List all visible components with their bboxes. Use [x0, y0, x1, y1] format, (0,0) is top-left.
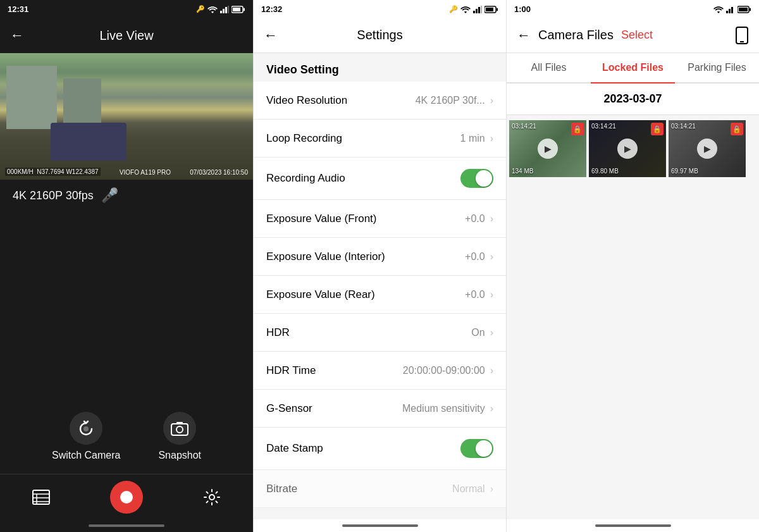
date-stamp-toggle[interactable]: [460, 439, 493, 458]
svg-rect-5: [233, 8, 240, 11]
battery-icon-f: [737, 4, 751, 13]
files-tabs: All Files Locked Files Parking Files: [507, 53, 759, 84]
play-button-3[interactable]: ▶: [697, 139, 717, 159]
gsensor-label: G-Sensor: [266, 402, 312, 415]
tab-locked-files[interactable]: Locked Files: [591, 53, 675, 84]
settings-button[interactable]: [198, 483, 226, 511]
settings-item-hdr[interactable]: HDR On ›: [254, 314, 506, 352]
settings-item-exposure-front[interactable]: Exposure Value (Front) +0.0 ›: [254, 200, 506, 238]
hdr-time-label: HDR Time: [266, 364, 316, 377]
wifi-icon: [207, 4, 218, 13]
chevron-icon-3: ›: [490, 213, 493, 225]
chevron-icon-6: ›: [490, 327, 493, 338]
video-item-2[interactable]: 🔒 03:14:21 69.80 MB ▶: [589, 120, 666, 177]
play-button-1[interactable]: ▶: [538, 139, 558, 159]
settings-item-gsensor[interactable]: G-Sensor Medium sensitivity ›: [254, 390, 506, 428]
svg-rect-6: [244, 8, 245, 11]
settings-item-bitrate[interactable]: Bitrate Normal ›: [254, 470, 506, 508]
resolution-label: 4K 2160P 30fps: [13, 189, 94, 202]
svg-rect-8: [171, 424, 188, 435]
home-bar-settings: [342, 524, 418, 527]
live-header: ← Live View: [0, 18, 253, 53]
chevron-icon-1: ›: [490, 133, 493, 144]
status-bar-live: 12:31 🔑: [0, 0, 253, 18]
video-size-2: 69.80 MB: [591, 168, 619, 175]
brand-display: VIOFO A119 PRO: [120, 169, 171, 176]
svg-rect-19: [478, 7, 480, 13]
svg-rect-17: [473, 11, 475, 13]
switch-camera-button[interactable]: Switch Camera: [52, 412, 120, 461]
panel-live-view: 12:31 🔑: [0, 0, 253, 532]
settings-item-exposure-interior[interactable]: Exposure Value (Interior) +0.0 ›: [254, 238, 506, 276]
svg-rect-10: [176, 422, 183, 424]
status-time-files: 1:00: [514, 4, 531, 14]
bitrate-value: Normal ›: [452, 483, 493, 495]
toggle-knob-date: [476, 440, 492, 457]
exposure-interior-label: Exposure Value (Interior): [266, 251, 385, 263]
settings-item-exposure-rear[interactable]: Exposure Value (Rear) +0.0 ›: [254, 276, 506, 314]
svg-point-7: [83, 426, 89, 431]
chevron-icon-8: ›: [490, 403, 493, 414]
home-indicator-settings: [254, 519, 506, 532]
status-bar-settings: 12:32 🔑: [254, 0, 506, 18]
video-grid: 🔒 03:14:21 134 MB ▶ 🔒 03:14:21 69.80 MB …: [507, 118, 759, 180]
settings-item-hdr-time[interactable]: HDR Time 20:00:00-09:00:00 ›: [254, 352, 506, 390]
mic-icon: 🎤: [101, 187, 118, 204]
status-icons-live: 🔑: [196, 4, 245, 13]
svg-rect-1: [223, 9, 225, 13]
back-button-files[interactable]: ←: [517, 27, 531, 44]
tab-parking-files[interactable]: Parking Files: [675, 53, 759, 84]
live-info-bar: 4K 2160P 30fps 🎤: [0, 180, 253, 211]
loop-recording-label: Loop Recording: [266, 132, 342, 145]
snapshot-label: Snapshot: [158, 450, 201, 461]
chevron-icon-4: ›: [490, 251, 493, 263]
video-item-3[interactable]: 🔒 03:14:21 69.97 MB ▶: [669, 120, 746, 177]
signal-icon-f: [726, 4, 735, 13]
battery-icon: [231, 4, 245, 13]
snapshot-icon: [163, 412, 196, 445]
settings-item-date-stamp[interactable]: Date Stamp: [254, 428, 506, 470]
key-icon-s: 🔑: [449, 5, 458, 13]
files-button[interactable]: [27, 483, 55, 511]
settings-item-loop-recording[interactable]: Loop Recording 1 min ›: [254, 120, 506, 158]
road-scene: [0, 53, 253, 180]
panel-camera-files: 1:00: [506, 0, 759, 532]
select-button[interactable]: Select: [621, 28, 653, 42]
record-button[interactable]: [110, 481, 143, 514]
chevron-icon-7: ›: [490, 365, 493, 376]
settings-item-video-resolution[interactable]: Video Resolution 4K 2160P 30f... ›: [254, 82, 506, 120]
play-button-2[interactable]: ▶: [617, 139, 638, 159]
toggle-knob-audio: [476, 170, 492, 187]
video-size-3: 69.97 MB: [671, 168, 698, 175]
recording-audio-toggle[interactable]: [460, 169, 493, 188]
settings-title: Settings: [357, 28, 402, 42]
video-time-2: 03:14:21: [591, 123, 616, 130]
lock-icon-3: 🔒: [731, 123, 743, 135]
exposure-interior-value: +0.0 ›: [465, 251, 493, 263]
gsensor-value: Medium sensitivity ›: [402, 403, 493, 414]
exposure-rear-value: +0.0 ›: [465, 289, 493, 300]
exposure-front-value: +0.0 ›: [465, 213, 493, 225]
camera-files-title: Camera Files: [538, 28, 614, 42]
hdr-value: On ›: [471, 327, 493, 338]
back-button-live[interactable]: ←: [10, 27, 24, 44]
settings-item-recording-audio[interactable]: Recording Audio: [254, 158, 506, 200]
svg-rect-2: [225, 7, 227, 13]
hdr-label: HDR: [266, 326, 290, 339]
video-item-1[interactable]: 🔒 03:14:21 134 MB ▶: [509, 120, 586, 177]
files-content: 2023-03-07 🔒 03:14:21 134 MB ▶ 🔒 03:14:2…: [507, 84, 759, 519]
svg-rect-0: [220, 11, 222, 13]
video-resolution-value: 4K 2160P 30f... ›: [416, 95, 493, 106]
settings-content: Video Setting Video Resolution 4K 2160P …: [254, 53, 506, 519]
tab-all-files[interactable]: All Files: [507, 53, 591, 84]
svg-rect-29: [750, 8, 751, 11]
camera-feed: 000KM/H N37.7694 W122.4387 VIOFO A119 PR…: [0, 53, 253, 180]
phone-icon[interactable]: [735, 26, 749, 44]
back-button-settings[interactable]: ←: [264, 27, 278, 44]
wifi-icon-f: [713, 4, 724, 13]
lock-icon-1: 🔒: [571, 123, 584, 135]
snapshot-button[interactable]: Snapshot: [158, 412, 201, 461]
speed-display: 000KM/H N37.7694 W122.4387: [5, 168, 101, 176]
switch-camera-label: Switch Camera: [52, 450, 120, 461]
switch-camera-icon: [70, 412, 102, 445]
